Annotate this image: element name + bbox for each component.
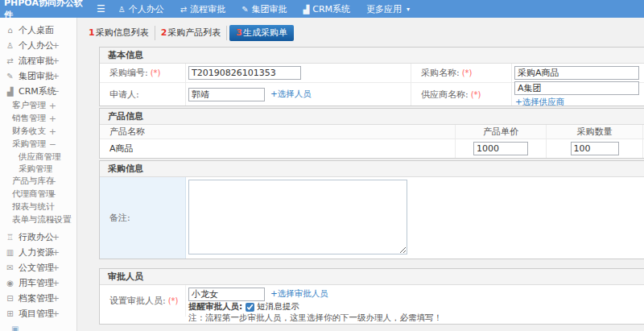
home-icon: ⌂ xyxy=(6,26,14,35)
sidebar-item-vehicle-mgmt[interactable]: ◉ 用车管理 + xyxy=(0,275,76,291)
tab-label: 采购信息列表 xyxy=(96,27,149,39)
sidebar-item-archive-mgmt[interactable]: ⊟ 档案管理 + xyxy=(0,291,76,306)
tab-purchase-product-list[interactable]: 2 采购产品列表 xyxy=(155,26,228,40)
sidebar-item-project-mgmt[interactable]: ⊞ 项目管理 + xyxy=(0,306,76,321)
product-qty-input[interactable] xyxy=(571,142,619,155)
chart-icon: ▟ xyxy=(6,87,14,96)
app-logo: PHPOA协同办公软件 xyxy=(0,0,90,21)
remind-approver-label: 提醒审批人员: xyxy=(188,301,242,312)
sidebar-item-label: 项目管理 xyxy=(19,308,54,320)
select-supplier-link[interactable]: +选择供应商 xyxy=(515,97,564,108)
sidebar-item-label: 客户管理 xyxy=(12,100,46,111)
section-purchase-info: 采购信息 备注: xyxy=(99,160,644,259)
sidebar-item-purchase-mgmt-sub[interactable]: 采购管理 xyxy=(0,163,76,175)
required-mark: (*) xyxy=(151,68,161,77)
supplier-name-input[interactable] xyxy=(514,81,639,95)
product-price-input[interactable] xyxy=(473,142,528,155)
sidebar-item-label: 表单与流程设置 xyxy=(12,214,72,225)
sidebar-item-label: 个人办公 xyxy=(19,39,54,52)
sidebar-item-label: 采购管理 xyxy=(12,139,46,150)
approver-cell: +选择审批人员 提醒审批人员: 短消息提示 注：流程第一步审批人员，这里选择你的… xyxy=(186,285,644,324)
sidebar-item-partial[interactable]: ▣ xyxy=(0,321,76,331)
topmenu-group-approval[interactable]: ✎ 集团审批 xyxy=(242,3,287,15)
sidebar-item-reports-stats[interactable]: 报表与统计 xyxy=(0,201,76,213)
section-approval: 审批人员 设置审批人员:(*) +选择审批人员 提醒审批人员: 短消息提示 注：… xyxy=(99,268,644,325)
tab-generate-purchase-order[interactable]: 3 生成采购单 xyxy=(229,25,294,41)
section-title: 审批人员 xyxy=(100,269,644,285)
car-icon: ◉ xyxy=(6,279,14,288)
expand-toggle[interactable]: + xyxy=(52,71,60,81)
sidebar-item-label: 代理商管理 xyxy=(12,188,55,200)
purchase-name-input[interactable] xyxy=(514,66,639,80)
expand-toggle[interactable]: + xyxy=(49,215,56,225)
sidebar-item-official-doc-mgmt[interactable]: ✉ 公文管理 + xyxy=(0,260,76,275)
sidebar-item-product-inventory[interactable]: 产品与库存 + xyxy=(0,175,76,188)
sms-remind-checkbox[interactable] xyxy=(246,303,254,312)
expand-toggle[interactable]: + xyxy=(49,126,56,137)
sidebar-item-group-approval[interactable]: ✎ 集团审批 + xyxy=(0,68,76,84)
remark-cell xyxy=(186,177,644,259)
sidebar-item-personal-office[interactable]: ♙ 个人办公 + xyxy=(0,38,76,53)
expand-toggle[interactable]: + xyxy=(52,247,60,258)
tab-label: 采购产品列表 xyxy=(167,27,221,39)
col-header-purchase-qty: 采购数量 xyxy=(547,125,643,139)
purchase-no-input[interactable] xyxy=(188,66,301,80)
sidebar: ⌂ 个人桌面 ♙ 个人办公 + ⇄ 流程审批 + ✎ 集团审批 + ▟ CRM系… xyxy=(0,18,77,331)
section-basic-info: 基本信息 采购编号:(*) 采购名称:(*) 申请人: +选择人员 供应 xyxy=(99,47,644,106)
sidebar-item-sales-mgmt[interactable]: 销售管理 + xyxy=(0,112,76,125)
expand-toggle[interactable]: + xyxy=(49,189,56,200)
sidebar-item-agent-mgmt[interactable]: 代理商管理 + xyxy=(0,188,76,201)
topmenu-crm-system[interactable]: ▟ CRM系统 xyxy=(303,3,351,15)
sidebar-item-label: 行政办公 xyxy=(19,231,54,243)
remark-textarea[interactable] xyxy=(188,180,407,254)
sidebar-item-admin-office[interactable]: ♖ 行政办公 + xyxy=(0,230,76,245)
tab-number: 3 xyxy=(236,27,242,39)
topmenu-label: 集团审批 xyxy=(252,3,287,15)
sidebar-item-label: 档案管理 xyxy=(19,292,54,304)
sidebar-item-supplier-mgmt[interactable]: 供应商管理 xyxy=(0,151,76,163)
topmenu-label: 更多应用 xyxy=(366,3,402,15)
expand-toggle[interactable]: + xyxy=(49,101,56,111)
hamburger-menu-icon[interactable]: ☰ xyxy=(97,3,105,14)
expand-toggle[interactable]: + xyxy=(49,114,56,124)
tab-purchase-info-list[interactable]: 1 采购信息列表 xyxy=(83,26,155,40)
expand-toggle[interactable]: + xyxy=(52,263,60,273)
expand-toggle[interactable]: + xyxy=(52,293,60,304)
sidebar-item-hr[interactable]: ▥ 人力资源 + xyxy=(0,245,76,260)
section-title: 采购信息 xyxy=(100,161,644,177)
flow-icon: ⇄ xyxy=(6,56,14,65)
topmenu-flow-approval[interactable]: ⇄ 流程审批 xyxy=(180,3,225,15)
expand-toggle[interactable]: + xyxy=(52,40,60,51)
sidebar-item-label: 集团审批 xyxy=(19,70,54,82)
topmenu-more-apps[interactable]: 更多应用 ▾ xyxy=(366,3,410,15)
product-name-cell: A商品 xyxy=(100,139,456,158)
top-menu: ♙ 个人办公 ⇄ 流程审批 ✎ 集团审批 ▟ CRM系统 更多应用 ▾ xyxy=(118,3,410,15)
purchase-name-label: 采购名称:(*) xyxy=(411,64,512,83)
topmenu-label: 个人办公 xyxy=(129,3,164,15)
collapse-toggle[interactable]: − xyxy=(49,139,56,150)
col-header-product-price: 产品单价 xyxy=(456,125,547,139)
select-person-link[interactable]: +选择人员 xyxy=(270,89,312,100)
expand-toggle[interactable]: + xyxy=(52,232,60,242)
sidebar-item-crm-system[interactable]: ▟ CRM系统 − xyxy=(0,84,76,99)
expand-toggle[interactable]: + xyxy=(52,308,60,319)
sidebar-item-form-flow-settings[interactable]: 表单与流程设置 + xyxy=(0,213,76,226)
sidebar-item-customer-mgmt[interactable]: 客户管理 + xyxy=(0,99,76,112)
sidebar-item-finance[interactable]: 财务收支 + xyxy=(0,125,76,138)
tab-number: 2 xyxy=(161,27,167,39)
expand-toggle[interactable]: + xyxy=(49,176,56,187)
expand-toggle[interactable]: + xyxy=(52,56,60,66)
collapse-toggle[interactable]: − xyxy=(52,86,60,97)
approver-input[interactable] xyxy=(188,288,265,301)
tab-number: 1 xyxy=(89,27,95,39)
purchase-no-label: 采购编号:(*) xyxy=(100,64,186,83)
sidebar-item-purchase-mgmt[interactable]: 采购管理 − xyxy=(0,138,76,151)
applicant-input[interactable] xyxy=(188,88,265,101)
expand-toggle[interactable]: + xyxy=(52,278,60,288)
select-approver-link[interactable]: +选择审批人员 xyxy=(270,288,328,300)
sidebar-item-flow-approval[interactable]: ⇄ 流程审批 + xyxy=(0,53,76,68)
archive-icon: ⊟ xyxy=(6,294,14,303)
partial-item-icon: ▣ xyxy=(6,325,19,331)
sidebar-item-personal-desktop[interactable]: ⌂ 个人桌面 xyxy=(0,23,76,38)
topmenu-personal-office[interactable]: ♙ 个人办公 xyxy=(118,3,164,15)
